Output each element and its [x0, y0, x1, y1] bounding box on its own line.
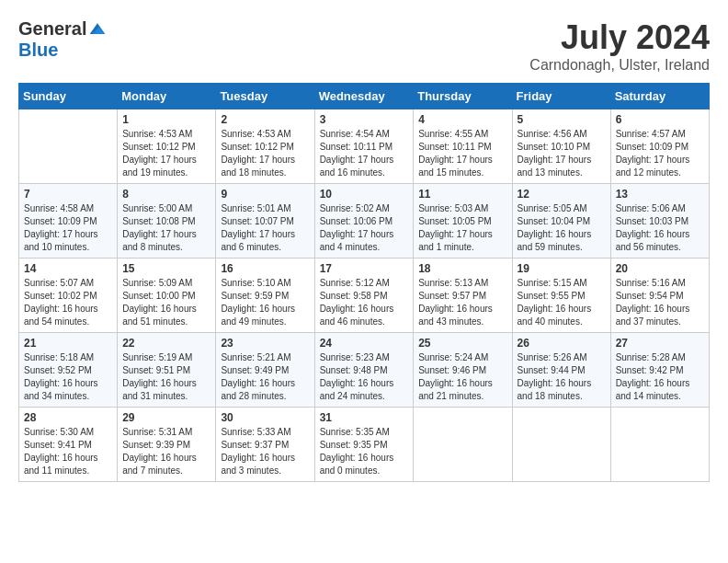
day-info: Sunrise: 5:05 AM Sunset: 10:04 PM Daylig… — [518, 202, 606, 254]
day-number: 29 — [122, 411, 210, 424]
day-number: 25 — [418, 337, 506, 350]
calendar-cell: 16Sunrise: 5:10 AM Sunset: 9:59 PM Dayli… — [216, 259, 314, 333]
day-number: 31 — [320, 411, 409, 424]
day-info: Sunrise: 5:07 AM Sunset: 10:02 PM Daylig… — [24, 277, 112, 328]
day-number: 14 — [24, 262, 112, 275]
calendar-cell — [610, 408, 709, 482]
day-number: 13 — [616, 188, 704, 201]
day-number: 7 — [24, 188, 112, 201]
day-number: 24 — [320, 337, 409, 350]
day-info: Sunrise: 5:01 AM Sunset: 10:07 PM Daylig… — [221, 202, 309, 254]
day-info: Sunrise: 5:26 AM Sunset: 9:44 PM Dayligh… — [518, 351, 606, 403]
day-info: Sunrise: 5:16 AM Sunset: 9:54 PM Dayligh… — [616, 277, 704, 328]
calendar-cell: 24Sunrise: 5:23 AM Sunset: 9:48 PM Dayli… — [314, 333, 414, 408]
location-subtitle: Carndonagh, Ulster, Ireland — [529, 57, 710, 74]
day-number: 2 — [221, 113, 309, 126]
day-of-week-header: Friday — [512, 84, 610, 109]
calendar-cell: 12Sunrise: 5:05 AM Sunset: 10:04 PM Dayl… — [512, 184, 610, 259]
calendar-cell: 13Sunrise: 5:06 AM Sunset: 10:03 PM Dayl… — [610, 184, 709, 259]
day-number: 11 — [418, 188, 506, 201]
day-info: Sunrise: 5:12 AM Sunset: 9:58 PM Dayligh… — [320, 277, 409, 328]
calendar-cell: 9Sunrise: 5:01 AM Sunset: 10:07 PM Dayli… — [216, 184, 314, 259]
logo-general-text: General — [18, 18, 86, 40]
calendar-week-row: 14Sunrise: 5:07 AM Sunset: 10:02 PM Dayl… — [19, 259, 710, 333]
calendar-cell: 8Sunrise: 5:00 AM Sunset: 10:08 PM Dayli… — [118, 184, 216, 259]
logo-icon — [88, 20, 107, 39]
day-info: Sunrise: 5:09 AM Sunset: 10:00 PM Daylig… — [122, 277, 210, 328]
calendar-table: SundayMondayTuesdayWednesdayThursdayFrid… — [18, 83, 710, 482]
day-info: Sunrise: 5:21 AM Sunset: 9:49 PM Dayligh… — [221, 351, 309, 403]
day-info: Sunrise: 4:53 AM Sunset: 10:12 PM Daylig… — [221, 128, 309, 179]
calendar-cell — [414, 408, 512, 482]
day-number: 22 — [122, 337, 210, 350]
page-header: General Blue July 2024 Carndonagh, Ulste… — [18, 18, 710, 74]
day-info: Sunrise: 4:58 AM Sunset: 10:09 PM Daylig… — [24, 202, 112, 254]
day-info: Sunrise: 5:23 AM Sunset: 9:48 PM Dayligh… — [320, 351, 409, 403]
day-number: 23 — [221, 337, 309, 350]
day-of-week-header: Tuesday — [216, 84, 314, 109]
day-info: Sunrise: 5:24 AM Sunset: 9:46 PM Dayligh… — [418, 351, 506, 403]
day-info: Sunrise: 4:53 AM Sunset: 10:12 PM Daylig… — [122, 128, 210, 179]
calendar-cell: 1Sunrise: 4:53 AM Sunset: 10:12 PM Dayli… — [118, 109, 216, 184]
calendar-cell: 17Sunrise: 5:12 AM Sunset: 9:58 PM Dayli… — [314, 259, 414, 333]
day-of-week-header: Saturday — [610, 84, 709, 109]
calendar-week-row: 7Sunrise: 4:58 AM Sunset: 10:09 PM Dayli… — [19, 184, 710, 259]
day-info: Sunrise: 5:02 AM Sunset: 10:06 PM Daylig… — [320, 202, 409, 254]
day-number: 16 — [221, 262, 309, 275]
day-number: 9 — [221, 188, 309, 201]
day-number: 17 — [320, 262, 409, 275]
day-number: 4 — [418, 113, 506, 126]
day-info: Sunrise: 5:28 AM Sunset: 9:42 PM Dayligh… — [616, 351, 704, 403]
day-number: 26 — [518, 337, 606, 350]
day-info: Sunrise: 5:30 AM Sunset: 9:41 PM Dayligh… — [24, 426, 112, 477]
day-number: 3 — [320, 113, 409, 126]
day-info: Sunrise: 5:13 AM Sunset: 9:57 PM Dayligh… — [418, 277, 506, 328]
day-number: 19 — [518, 262, 606, 275]
day-info: Sunrise: 5:15 AM Sunset: 9:55 PM Dayligh… — [518, 277, 606, 328]
day-of-week-header: Sunday — [19, 84, 118, 109]
day-info: Sunrise: 5:10 AM Sunset: 9:59 PM Dayligh… — [221, 277, 309, 328]
day-info: Sunrise: 5:31 AM Sunset: 9:39 PM Dayligh… — [122, 426, 210, 477]
day-number: 28 — [24, 411, 112, 424]
day-number: 5 — [518, 113, 606, 126]
day-number: 30 — [221, 411, 309, 424]
calendar-cell: 3Sunrise: 4:54 AM Sunset: 10:11 PM Dayli… — [314, 109, 414, 184]
calendar-cell: 4Sunrise: 4:55 AM Sunset: 10:11 PM Dayli… — [414, 109, 512, 184]
calendar-cell: 11Sunrise: 5:03 AM Sunset: 10:05 PM Dayl… — [414, 184, 512, 259]
day-number: 15 — [122, 262, 210, 275]
calendar-week-row: 28Sunrise: 5:30 AM Sunset: 9:41 PM Dayli… — [19, 408, 710, 482]
calendar-cell: 7Sunrise: 4:58 AM Sunset: 10:09 PM Dayli… — [19, 184, 118, 259]
day-number: 18 — [418, 262, 506, 275]
calendar-cell: 21Sunrise: 5:18 AM Sunset: 9:52 PM Dayli… — [19, 333, 118, 408]
calendar-cell: 14Sunrise: 5:07 AM Sunset: 10:02 PM Dayl… — [19, 259, 118, 333]
day-number: 20 — [616, 262, 704, 275]
calendar-cell: 28Sunrise: 5:30 AM Sunset: 9:41 PM Dayli… — [19, 408, 118, 482]
calendar-cell: 19Sunrise: 5:15 AM Sunset: 9:55 PM Dayli… — [512, 259, 610, 333]
day-info: Sunrise: 5:33 AM Sunset: 9:37 PM Dayligh… — [221, 426, 309, 477]
day-info: Sunrise: 5:18 AM Sunset: 9:52 PM Dayligh… — [24, 351, 112, 403]
day-of-week-header: Monday — [118, 84, 216, 109]
day-number: 6 — [616, 113, 704, 126]
calendar-week-row: 21Sunrise: 5:18 AM Sunset: 9:52 PM Dayli… — [19, 333, 710, 408]
calendar-cell: 29Sunrise: 5:31 AM Sunset: 9:39 PM Dayli… — [118, 408, 216, 482]
calendar-cell: 10Sunrise: 5:02 AM Sunset: 10:06 PM Dayl… — [314, 184, 414, 259]
calendar-cell: 5Sunrise: 4:56 AM Sunset: 10:10 PM Dayli… — [512, 109, 610, 184]
calendar-cell: 27Sunrise: 5:28 AM Sunset: 9:42 PM Dayli… — [610, 333, 709, 408]
calendar-week-row: 1Sunrise: 4:53 AM Sunset: 10:12 PM Dayli… — [19, 109, 710, 184]
logo: General Blue — [18, 18, 107, 61]
day-number: 12 — [518, 188, 606, 201]
calendar-cell: 6Sunrise: 4:57 AM Sunset: 10:09 PM Dayli… — [610, 109, 709, 184]
day-number: 1 — [122, 113, 210, 126]
title-section: July 2024 Carndonagh, Ulster, Ireland — [529, 18, 710, 74]
calendar-cell: 31Sunrise: 5:35 AM Sunset: 9:35 PM Dayli… — [314, 408, 414, 482]
calendar-cell: 20Sunrise: 5:16 AM Sunset: 9:54 PM Dayli… — [610, 259, 709, 333]
day-info: Sunrise: 4:55 AM Sunset: 10:11 PM Daylig… — [418, 128, 506, 179]
day-number: 21 — [24, 337, 112, 350]
day-info: Sunrise: 4:57 AM Sunset: 10:09 PM Daylig… — [616, 128, 704, 179]
calendar-cell: 2Sunrise: 4:53 AM Sunset: 10:12 PM Dayli… — [216, 109, 314, 184]
logo-blue-text: Blue — [18, 40, 58, 61]
day-number: 8 — [122, 188, 210, 201]
day-info: Sunrise: 5:03 AM Sunset: 10:05 PM Daylig… — [418, 202, 506, 254]
day-number: 10 — [320, 188, 409, 201]
day-number: 27 — [616, 337, 704, 350]
